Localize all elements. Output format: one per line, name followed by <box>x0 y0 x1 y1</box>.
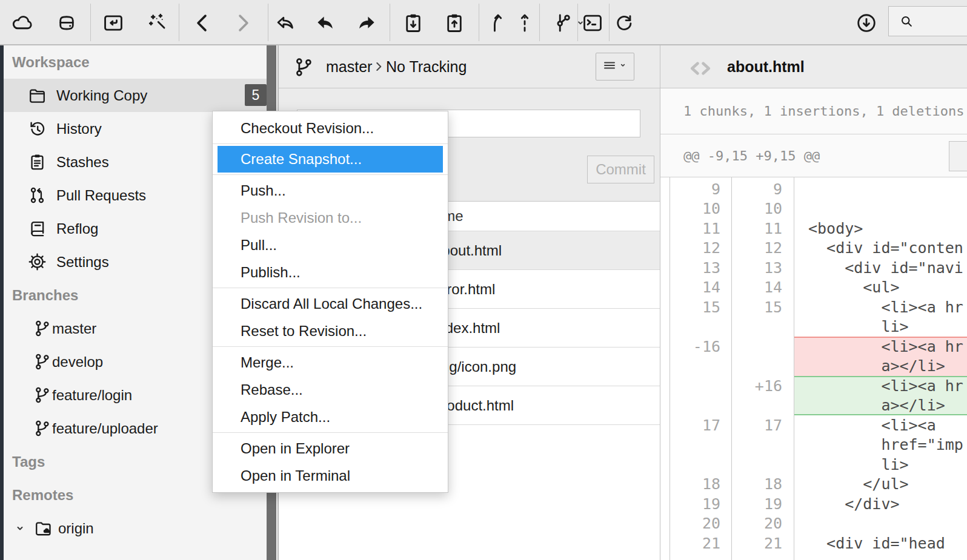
toolbar-separator <box>390 4 390 41</box>
clipboard-up-icon[interactable] <box>442 10 467 36</box>
chevron-left-icon[interactable] <box>190 10 216 36</box>
menu-separator <box>213 143 448 144</box>
chevron-down-icon <box>618 61 628 73</box>
menu-separator <box>213 174 448 175</box>
wand-icon[interactable] <box>144 10 170 36</box>
search-icon <box>896 11 917 31</box>
old-line-number: 15 <box>670 298 731 316</box>
branch-icon <box>292 56 315 81</box>
section-label: Tags <box>12 453 45 470</box>
menu-item-checkout-revision[interactable]: Checkout Revision... <box>213 114 448 142</box>
hunk-header-row: @@ -9,15 +9,15 @@ D <box>660 134 967 177</box>
diff-line-14: 1414 <ul> <box>670 278 967 298</box>
new-line-number: 12 <box>731 239 794 257</box>
diff-line-17: li> <box>670 455 967 475</box>
branch-merge-icon[interactable] <box>485 10 511 36</box>
search-input[interactable] <box>922 13 967 30</box>
working-copy-count-badge: 5 <box>245 84 267 106</box>
menu-item-discard-all-local-changes[interactable]: Discard All Local Changes... <box>213 290 448 317</box>
cloud-icon[interactable] <box>10 10 35 36</box>
menu-item-open-in-terminal[interactable]: Open in Terminal <box>213 462 448 489</box>
sidebar-item-working-copy[interactable]: Working Copy <box>4 79 267 112</box>
old-line-number: 10 <box>670 200 731 217</box>
diff-line-add16: a></li> <box>670 396 967 416</box>
menu-item-apply-patch[interactable]: Apply Patch... <box>213 403 448 430</box>
clipboard-down-icon[interactable] <box>400 10 426 36</box>
menu-item-rebase[interactable]: Rebase... <box>213 376 448 403</box>
sidebar-item-origin[interactable]: origin <box>4 512 275 545</box>
terminal-icon[interactable] <box>580 10 605 36</box>
diff-line-20: 2020 <box>670 514 967 534</box>
toolbar-separator <box>268 4 268 41</box>
menu-item-push-revision-to: Push Revision to... <box>213 204 448 231</box>
toolbar-separator <box>479 4 479 41</box>
new-line-number: +16 <box>731 377 794 395</box>
stash-icon <box>27 152 47 173</box>
code-text: li> <box>794 317 967 337</box>
old-line-number: 20 <box>670 515 731 532</box>
menu-separator <box>213 288 448 288</box>
current-branch-label[interactable]: master <box>326 45 372 88</box>
diff-stats-label: 1 chunks, 1 insertions, 1 deletions. <box>660 88 967 134</box>
item-label: History <box>56 120 102 137</box>
old-line-number: -16 <box>670 338 731 355</box>
menu-item-push[interactable]: Push... <box>213 177 448 204</box>
hamburger-icon <box>602 58 617 75</box>
discard-hunk-button[interactable]: D <box>949 141 967 171</box>
commit-button[interactable]: Commit <box>587 156 654 183</box>
branch-menu-button[interactable] <box>596 53 634 81</box>
diff-code-area[interactable]: 9910101111<body>1212 <div id="conten1313… <box>670 179 967 560</box>
circle-down-icon[interactable] <box>854 10 879 36</box>
diff-line-10: 1010 <box>670 199 967 219</box>
code-text: <li><a hr <box>794 376 967 396</box>
diff-line-17: href="imp <box>670 435 967 455</box>
folder-open-icon[interactable] <box>101 10 126 36</box>
code-text: <div id="conten <box>794 239 967 259</box>
menu-separator <box>213 432 448 433</box>
tracking-status-label[interactable]: No Tracking <box>386 45 467 88</box>
menu-separator <box>213 346 448 347</box>
refresh-icon[interactable] <box>611 10 637 36</box>
diff-line-15: li> <box>670 317 967 337</box>
new-line-number: 17 <box>731 417 794 434</box>
search-box[interactable] <box>888 6 967 36</box>
old-line-number: 21 <box>670 535 731 552</box>
code-text: <div id="head <box>794 533 967 553</box>
undo-arrow-icon[interactable] <box>313 10 338 36</box>
context-menu: Checkout Revision...Create Snapshot...Pu… <box>212 111 448 493</box>
code-text: <li><a <box>794 415 967 435</box>
menu-item-open-in-explorer[interactable]: Open in Explorer <box>213 435 448 462</box>
code-text: <ul> <box>794 278 967 298</box>
redo-arrow-icon[interactable] <box>354 10 379 36</box>
diff-line-15: 1515 <li><a hr <box>670 297 967 317</box>
diff-gutter-line <box>731 177 732 560</box>
old-line-number: 11 <box>670 220 731 237</box>
item-label: Reflog <box>56 220 98 237</box>
expander-chevron-down-icon[interactable] <box>12 518 28 539</box>
gear-icon <box>27 252 47 272</box>
branch-icon <box>32 352 52 372</box>
drive-icon[interactable] <box>54 10 79 36</box>
menu-item-merge[interactable]: Merge... <box>213 349 448 376</box>
diff-line-17: 1717 <li><a <box>670 415 967 435</box>
code-text: href="imp <box>794 435 967 455</box>
new-line-number: 10 <box>731 200 794 217</box>
diff-line-12: 1212 <div id="conten <box>670 239 967 259</box>
item-label: origin <box>58 520 94 537</box>
share-arrow-icon[interactable] <box>273 10 298 36</box>
chevron-right-icon[interactable] <box>230 10 255 36</box>
dashed-arrow-up-icon[interactable] <box>512 10 537 36</box>
item-label: Settings <box>56 254 109 271</box>
item-label: Stashes <box>56 154 109 171</box>
code-text: <div id="navi <box>794 258 967 278</box>
new-line-number: 19 <box>731 495 794 513</box>
menu-item-create-snapshot[interactable]: Create Snapshot... <box>218 146 443 173</box>
menu-item-reset-to-revision[interactable]: Reset to Revision... <box>213 317 448 344</box>
branch-icon <box>32 318 52 339</box>
diff-line-13: 1313 <div id="navi <box>670 258 967 278</box>
menu-item-publish[interactable]: Publish... <box>213 259 448 286</box>
old-line-number: 14 <box>670 278 731 296</box>
menu-item-pull[interactable]: Pull... <box>213 231 448 259</box>
diff-line-del16: -16 <li><a hr <box>670 337 967 357</box>
new-line-number: 18 <box>731 475 794 493</box>
